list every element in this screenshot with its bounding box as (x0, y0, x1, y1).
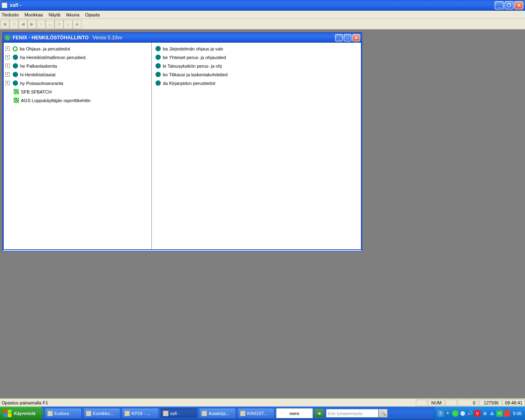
tree-item-label: ba Ohjaus- ja perustiedot (20, 46, 70, 51)
tree-item-label: SFB SFBATCH (21, 89, 52, 94)
toolbar-btn-2[interactable]: ◌ (9, 20, 18, 29)
list-item-label: bi Talousyksikön perus- ja ohj (163, 64, 221, 68)
tree-item[interactable]: +hy Poissaoloseuranta (5, 79, 150, 87)
list-item[interactable]: ba Järjestelmän ohjaus ja valv (153, 44, 359, 53)
tray-volume-icon[interactable]: 🔊 (467, 410, 473, 417)
inner-app-icon (5, 35, 10, 41)
status-num: NUM (428, 399, 445, 406)
statusbar: Opastus painamalla F1 NUM 0 127936 08:48… (0, 398, 525, 406)
tray-clock[interactable]: 9:06 (513, 411, 522, 416)
list-item[interactable]: da Kirjanpidon perustiedot (153, 79, 359, 87)
search-placeholder: Etsi työasemasta (328, 411, 363, 416)
task-label: Eudora (55, 411, 69, 416)
start-label: Käynnistä (14, 411, 36, 416)
minimize-button[interactable]: _ (495, 1, 504, 9)
inner-minimize-button[interactable]: _ (335, 34, 343, 41)
teal-dot-icon (13, 63, 18, 68)
tray-monitor-icon[interactable]: 🖥 (482, 410, 488, 417)
menu-ikkuna[interactable]: Ikkuna (66, 12, 79, 17)
teal-dot-icon (13, 55, 18, 60)
task-icon (163, 411, 169, 416)
list-item-label: ba Järjestelmän ohjaus ja valv (163, 46, 223, 51)
toolbar: ◉ ◌ ◀ ▶ ○ ◡ ◇ ⌂ ◈ (0, 19, 525, 30)
toolbar-btn-5[interactable]: ○ (37, 20, 46, 29)
toolbar-btn-7[interactable]: ◇ (55, 20, 64, 29)
task-label: KINGST... (247, 411, 267, 416)
tree-item[interactable]: AGS Loppukäyttäjän raporttikehitin (5, 96, 150, 105)
tray-red-icon[interactable] (504, 410, 510, 417)
tray-help-icon[interactable]: ? (437, 410, 444, 417)
tray-shield-icon[interactable]: V (474, 410, 481, 417)
taskbar-button[interactable]: KP24 - ... (122, 408, 159, 418)
task-label: xsfl - (170, 411, 180, 416)
tree-item[interactable]: +ba Ohjaus- ja perustiedot (5, 44, 150, 53)
tray-network-icon[interactable]: 🖧 (489, 410, 495, 417)
green-grid-icon (14, 98, 19, 103)
teal-dot-icon (13, 80, 18, 86)
toolbar-btn-1[interactable]: ◉ (0, 20, 9, 29)
taskbar-button[interactable]: Eudora (45, 408, 82, 418)
menu-opasta[interactable]: Opasta (85, 12, 100, 17)
tree-item-label: hy Poissaoloseuranta (20, 81, 63, 86)
toolbar-btn-9[interactable]: ◈ (73, 20, 82, 29)
menu-tiedosto[interactable]: Tiedosto (2, 12, 19, 17)
tray-globe-icon[interactable]: ⬤ (459, 410, 466, 417)
task-label: KP24 - ... (132, 411, 151, 416)
tree-item[interactable]: +hi Henkilöstöasiat (5, 70, 150, 79)
task-label: Asiakirja... (209, 411, 230, 416)
tree-item[interactable]: +he Palkanlaskenta (5, 62, 150, 70)
green-ring-icon (13, 46, 18, 51)
tray-arrow-icon[interactable]: ‹ (452, 410, 459, 417)
status-zero: 0 (458, 399, 478, 406)
menubar: Tiedosto Muokkaa Näytä Ikkuna Opasta (0, 11, 525, 19)
inner-titlebar[interactable]: FENIX - HENKILÖSTÖHALLINTO Versio 5.10vv… (3, 33, 362, 43)
quick-launch-icon[interactable]: ➜ (315, 409, 324, 418)
expander-icon[interactable]: + (5, 46, 10, 51)
list-item-label: be Yhteiset perus- ja ohjaustied (163, 55, 226, 60)
list-pane: ba Järjestelmän ohjaus ja valvbe Yhteise… (152, 43, 361, 249)
list-item[interactable]: bi Talousyksikön perus- ja ohj (153, 62, 359, 70)
toolbar-btn-3[interactable]: ◀ (18, 20, 27, 29)
list-item-label: da Kirjanpidon perustiedot (163, 81, 215, 86)
tree-item-label: hi Henkilöstöasiat (20, 72, 55, 77)
inner-window: FENIX - HENKILÖSTÖHALLINTO Versio 5.10vv… (2, 32, 362, 251)
restore-button[interactable]: ❐ (504, 1, 514, 9)
tree-item[interactable]: +ha Henkilöstöhallinnon perustied. (5, 53, 150, 62)
desktop-search-input[interactable]: Etsi työasemasta (326, 409, 379, 418)
nero-search[interactable]: nero (276, 408, 313, 418)
list-item[interactable]: be Yhteiset perus- ja ohjaustied (153, 53, 359, 62)
status-panel-blank1 (416, 399, 427, 406)
inner-close-button[interactable]: ✕ (352, 34, 360, 41)
taskbar-button[interactable]: Asiakirja... (199, 408, 236, 418)
toolbar-btn-8[interactable]: ⌂ (64, 20, 73, 29)
close-button[interactable]: ✕ (514, 1, 523, 9)
outer-title: xsfl - (10, 2, 21, 8)
expander-icon[interactable]: + (5, 72, 10, 77)
expander-icon[interactable]: + (5, 55, 10, 59)
tree-item-label: he Palkanlaskenta (20, 64, 57, 68)
toolbar-btn-4[interactable]: ▶ (27, 20, 37, 29)
tree-pane: +ba Ohjaus- ja perustiedot+ha Henkilöstö… (4, 43, 152, 249)
menu-muokkaa[interactable]: Muokkaa (25, 12, 43, 17)
expander-icon[interactable]: + (5, 81, 10, 85)
status-count: 127936 (479, 399, 502, 406)
inner-maximize-button[interactable]: □ (344, 34, 352, 41)
tray-update-icon[interactable]: ✦ (445, 410, 451, 417)
taskbar-button[interactable]: xsfl - (160, 408, 197, 418)
tray-va-icon[interactable]: V▯ (496, 410, 503, 417)
search-button[interactable]: 🔍 (379, 409, 388, 418)
teal-dot-icon (155, 55, 161, 60)
taskbar-button[interactable]: Esmikko... (83, 408, 120, 418)
start-button[interactable]: Käynnistä (0, 406, 43, 420)
teal-dot-icon (13, 72, 18, 77)
tree-item[interactable]: SFB SFBATCH (5, 87, 150, 96)
list-item[interactable]: bo Tilikausi ja laskentakohdetied (153, 70, 359, 79)
toolbar-btn-6[interactable]: ◡ (46, 20, 55, 29)
task-icon (201, 411, 207, 416)
outer-titlebar[interactable]: xsfl - _ ❐ ✕ (0, 0, 525, 11)
taskbar-button[interactable]: KINGST... (237, 408, 274, 418)
status-panel-blank2 (445, 399, 457, 406)
taskbar: Käynnistä EudoraEsmikko...KP24 - ...xsfl… (0, 406, 525, 420)
menu-nayta[interactable]: Näytä (48, 12, 60, 17)
expander-icon[interactable]: + (5, 64, 10, 68)
